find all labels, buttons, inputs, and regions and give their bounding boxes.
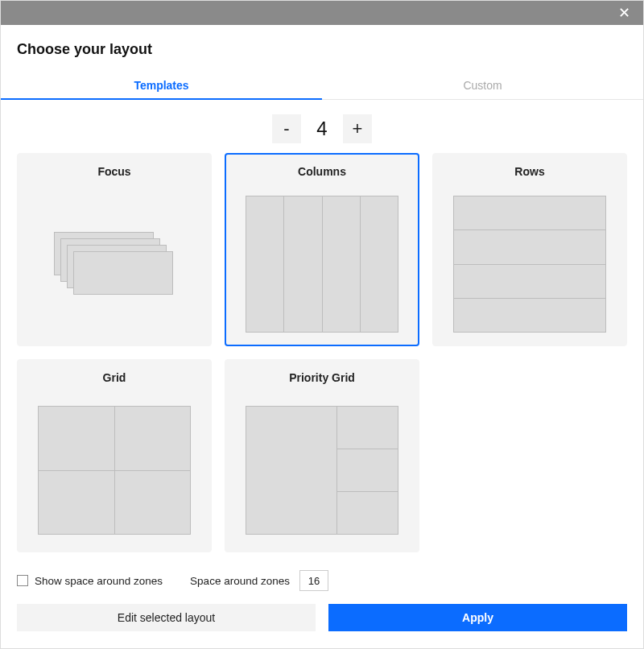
rows-grid-icon [453, 196, 606, 333]
template-preview-rows [453, 196, 606, 333]
close-button[interactable]: ✕ [608, 1, 640, 25]
template-preview-priority-grid [246, 402, 398, 539]
columns-grid-icon [246, 196, 398, 333]
window-titlebar: ✕ [1, 1, 643, 25]
tabs-bar: Templates Custom [1, 71, 643, 100]
priority-grid-icon [246, 406, 398, 535]
template-title: Grid [103, 371, 126, 384]
options-row: Show space around zones Space around zon… [17, 570, 627, 591]
close-icon: ✕ [618, 4, 630, 22]
focus-stack-icon [54, 232, 175, 296]
edit-selected-layout-button[interactable]: Edit selected layout [17, 604, 316, 631]
template-title: Rows [514, 165, 544, 178]
template-title: Focus [97, 165, 130, 178]
apply-button[interactable]: Apply [328, 604, 627, 631]
tab-custom[interactable]: Custom [322, 71, 643, 99]
template-card-columns[interactable]: Columns [225, 153, 419, 346]
tab-templates[interactable]: Templates [1, 71, 322, 100]
checkbox-icon [17, 575, 28, 586]
zone-count-stepper: - 4 + [17, 114, 627, 143]
buttons-row: Edit selected layout Apply [17, 604, 627, 631]
show-space-label: Show space around zones [35, 575, 163, 587]
zone-count-value: 4 [314, 118, 330, 140]
decrement-button[interactable]: - [272, 114, 301, 143]
template-card-focus[interactable]: Focus [17, 153, 212, 346]
space-around-label: Space around zones [190, 575, 290, 587]
template-preview-focus [38, 196, 191, 333]
template-preview-grid [38, 402, 191, 539]
space-around-input[interactable] [299, 570, 328, 591]
show-space-checkbox-wrap[interactable]: Show space around zones [17, 575, 163, 587]
increment-button[interactable]: + [343, 114, 372, 143]
template-title: Priority Grid [289, 371, 355, 384]
template-title: Columns [298, 165, 346, 178]
templates-grid: Focus Columns Rows G [17, 153, 627, 552]
space-around-zones-field: Space around zones [190, 570, 328, 591]
template-preview-columns [246, 196, 398, 333]
dialog-title: Choose your layout [17, 41, 627, 58]
template-card-grid[interactable]: Grid [17, 359, 212, 552]
grid-icon [38, 406, 191, 535]
template-card-priority-grid[interactable]: Priority Grid [225, 359, 419, 552]
template-card-rows[interactable]: Rows [432, 153, 627, 346]
dialog-content: Choose your layout Templates Custom - 4 … [1, 25, 643, 639]
